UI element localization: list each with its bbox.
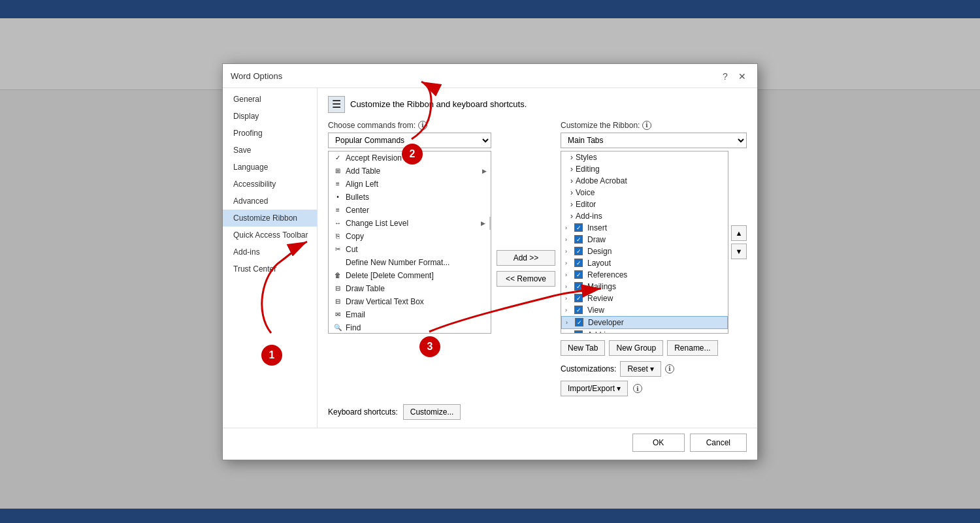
ribbon-tree-item[interactable]: ›View bbox=[561, 304, 728, 316]
ribbon-tree-item[interactable]: ›Editing bbox=[561, 163, 728, 175]
item-icon: ✓ bbox=[333, 153, 343, 163]
list-item[interactable]: ✓Accept Revision bbox=[329, 151, 491, 165]
list-item[interactable]: ≡Center bbox=[329, 204, 491, 217]
list-item[interactable]: ⊟Draw Table bbox=[329, 282, 491, 295]
dialog-footer: OK Cancel bbox=[223, 428, 757, 460]
nav-display[interactable]: Display bbox=[223, 108, 317, 125]
checkbox bbox=[574, 270, 583, 279]
new-group-button[interactable]: New Group bbox=[609, 340, 663, 356]
ribbon-tree-item[interactable]: ›Insert bbox=[561, 222, 728, 234]
import-export-info[interactable]: ℹ bbox=[633, 384, 642, 393]
ribbon-tree-item[interactable]: Add-ins bbox=[561, 329, 728, 334]
ribbon-tree-item[interactable]: ›Mailings bbox=[561, 281, 728, 293]
item-icon: ⊞ bbox=[333, 166, 343, 176]
expand-arrow: › bbox=[565, 248, 572, 255]
item-icon: 🔍 bbox=[333, 323, 343, 333]
expand-arrow: › bbox=[565, 260, 572, 266]
choose-commands-info[interactable]: ℹ bbox=[418, 121, 427, 130]
expand-arrow: › bbox=[566, 319, 572, 326]
header-text: Customize the Ribbon and keyboard shortc… bbox=[350, 99, 527, 109]
list-item[interactable]: ↔Change List Level▶ bbox=[329, 217, 491, 230]
item-icon: ↔ bbox=[333, 218, 343, 229]
help-button[interactable]: ? bbox=[718, 69, 732, 84]
ribbon-developer-item[interactable]: ›Developer bbox=[561, 316, 728, 329]
item-icon: ⊟ bbox=[333, 283, 343, 294]
ribbon-tree-item[interactable]: ›Draw bbox=[561, 234, 728, 246]
expand-arrow: › bbox=[570, 176, 573, 185]
ribbon-tree-item[interactable]: ›Layout bbox=[561, 257, 728, 269]
import-export-button[interactable]: Import/Export ▾ bbox=[561, 381, 628, 396]
customize-ribbon-dropdown[interactable]: Main Tabs bbox=[561, 133, 747, 148]
ribbon-tree-list[interactable]: ›Styles ›Editing ›Adobe Acrobat ›Voice ›… bbox=[561, 151, 728, 334]
list-item[interactable]: ⊞Add Table▶ bbox=[329, 165, 491, 178]
list-item[interactable]: •Bullets bbox=[329, 191, 491, 204]
commands-list[interactable]: ✓Accept Revision ⊞Add Table▶ ≡Align Left… bbox=[328, 151, 491, 334]
customize-keyboard-button[interactable]: Customize... bbox=[403, 404, 461, 420]
dialog-title: Word Options bbox=[231, 71, 282, 81]
ribbon-tree-item[interactable]: ›Editor bbox=[561, 198, 728, 210]
header-icon: ☰ bbox=[328, 96, 345, 113]
ribbon-tree-item[interactable]: ›Add-ins bbox=[561, 210, 728, 222]
list-item[interactable]: ≡Align Left bbox=[329, 178, 491, 191]
customize-ribbon-col-label: Customize the Ribbon: ℹ bbox=[561, 121, 747, 130]
cancel-button[interactable]: Cancel bbox=[690, 434, 747, 452]
expand-arrow: › bbox=[565, 272, 572, 278]
expand-arrow: › bbox=[570, 188, 573, 197]
ribbon-tree-item[interactable]: ›Styles bbox=[561, 151, 728, 163]
checkbox bbox=[574, 330, 583, 334]
nav-language[interactable]: Language bbox=[223, 159, 317, 176]
list-item[interactable]: Define New Number Format... bbox=[329, 256, 491, 269]
ribbon-tree-item[interactable]: ›Voice bbox=[561, 187, 728, 198]
ok-button[interactable]: OK bbox=[632, 434, 685, 452]
customize-ribbon-info[interactable]: ℹ bbox=[642, 121, 651, 130]
close-button[interactable]: ✕ bbox=[735, 69, 749, 84]
choose-commands-dropdown[interactable]: Popular Commands bbox=[328, 133, 491, 148]
remove-button[interactable]: << Remove bbox=[497, 271, 555, 287]
list-item[interactable]: ✉Email bbox=[329, 308, 491, 321]
move-down-button[interactable]: ▼ bbox=[731, 244, 747, 259]
ribbon-tree-item[interactable]: ›Adobe Acrobat bbox=[561, 175, 728, 187]
import-export-row: Import/Export ▾ ℹ bbox=[561, 381, 747, 396]
left-column: Choose commands from: ℹ Popular Commands… bbox=[328, 121, 491, 396]
rename-button[interactable]: Rename... bbox=[667, 340, 717, 356]
list-item[interactable]: ⎘Copy bbox=[329, 230, 491, 243]
checkbox bbox=[574, 282, 583, 291]
expand-arrow: › bbox=[570, 165, 573, 174]
list-item[interactable]: 🔍Find bbox=[329, 321, 491, 334]
ribbon-tree-item[interactable]: ›Review bbox=[561, 293, 728, 304]
reset-button[interactable]: Reset ▾ bbox=[620, 361, 661, 377]
customizations-row: Customizations: Reset ▾ ℹ bbox=[561, 361, 747, 377]
nav-accessibility[interactable]: Accessibility bbox=[223, 176, 317, 193]
nav-general[interactable]: General bbox=[223, 91, 317, 108]
nav-advanced[interactable]: Advanced bbox=[223, 193, 317, 210]
columns-container: Choose commands from: ℹ Popular Commands… bbox=[328, 121, 747, 396]
nav-quick-access[interactable]: Quick Access Toolbar bbox=[223, 227, 317, 244]
nav-add-ins[interactable]: Add-ins bbox=[223, 244, 317, 261]
reset-info[interactable]: ℹ bbox=[665, 364, 674, 373]
nav-save[interactable]: Save bbox=[223, 142, 317, 159]
expand-arrow: › bbox=[570, 212, 573, 221]
list-item[interactable]: 🗑Delete [Delete Comment] bbox=[329, 269, 491, 282]
ribbon-tree-item[interactable]: ›References bbox=[561, 269, 728, 281]
word-options-dialog: Word Options ? ✕ General Display Proofin… bbox=[222, 63, 758, 460]
choose-commands-label: Choose commands from: ℹ bbox=[328, 121, 491, 130]
dialog-titlebar: Word Options ? ✕ bbox=[223, 64, 757, 88]
nav-trust-center[interactable]: Trust Center bbox=[223, 261, 317, 277]
item-icon: ✉ bbox=[333, 309, 343, 320]
submenu-arrow: ▶ bbox=[481, 220, 485, 227]
keyboard-shortcuts-row: Keyboard shortcuts: Customize... bbox=[328, 404, 747, 420]
list-item[interactable]: ⊟Draw Vertical Text Box bbox=[329, 295, 491, 308]
checkbox bbox=[574, 294, 583, 302]
move-up-button[interactable]: ▲ bbox=[731, 225, 747, 241]
item-icon: ✂ bbox=[333, 244, 343, 255]
list-item[interactable]: ✂Cut bbox=[329, 243, 491, 256]
ribbon-tree-item[interactable]: ›Design bbox=[561, 246, 728, 257]
expand-arrow: › bbox=[570, 153, 573, 162]
dialog-body: General Display Proofing Save Language A… bbox=[223, 88, 757, 428]
nav-proofing[interactable]: Proofing bbox=[223, 125, 317, 142]
add-button[interactable]: Add >> bbox=[497, 250, 555, 266]
nav-customize-ribbon[interactable]: Customize Ribbon bbox=[223, 210, 317, 227]
item-icon: ⎘ bbox=[333, 231, 343, 242]
keyboard-shortcuts-label: Keyboard shortcuts: bbox=[328, 407, 398, 417]
new-tab-button[interactable]: New Tab bbox=[561, 340, 605, 356]
